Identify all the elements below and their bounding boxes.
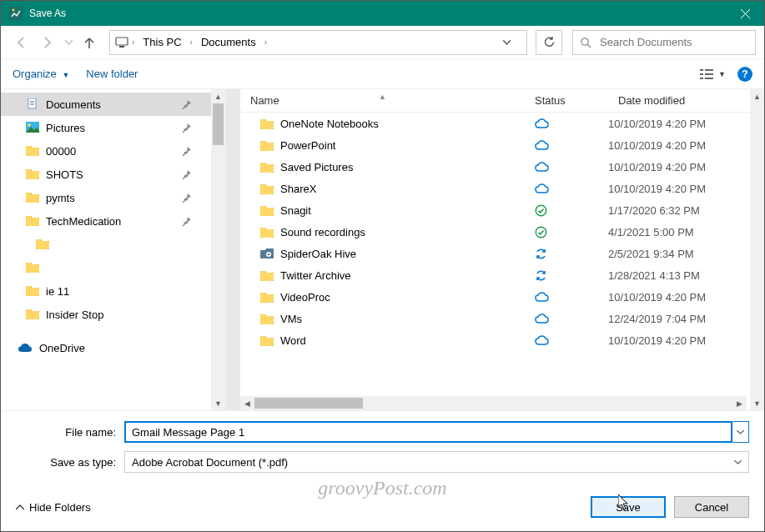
hide-folders-button[interactable]: Hide Folders — [16, 501, 91, 514]
new-folder-button[interactable]: New folder — [86, 68, 138, 80]
folder-icon — [260, 205, 274, 216]
file-name: VideoProc — [280, 291, 330, 304]
pin-icon — [182, 123, 191, 133]
scroll-down-icon[interactable]: ▼ — [211, 396, 225, 410]
svg-rect-10 — [705, 78, 713, 79]
breadcrumb-documents[interactable]: Documents — [196, 34, 261, 50]
save-as-type-label: Save as type: — [16, 456, 124, 469]
splitter[interactable] — [226, 89, 240, 410]
pin-icon — [182, 170, 191, 179]
table-row[interactable]: SpiderOak Hive2/5/2021 9:34 PM — [240, 243, 750, 264]
date-modified: 10/10/2019 4:20 PM — [608, 183, 750, 195]
date-modified: 10/10/2019 4:20 PM — [608, 161, 750, 173]
col-name[interactable]: ▲ Name — [240, 94, 525, 107]
table-row[interactable]: VMs12/24/2019 7:04 PM — [240, 308, 750, 329]
file-name-dropdown[interactable] — [732, 421, 749, 443]
recent-dropdown[interactable] — [63, 31, 74, 54]
help-button[interactable]: ? — [737, 67, 752, 82]
forward-button[interactable] — [36, 31, 59, 54]
table-row[interactable]: Word10/10/2019 4:20 PM — [240, 329, 750, 351]
status-icon — [535, 248, 547, 260]
sidebar-item-onedrive[interactable]: OneDrive — [1, 336, 211, 359]
folder-icon — [26, 192, 39, 203]
sidebar-item[interactable]: Pictures — [1, 116, 211, 139]
scroll-down-icon[interactable]: ▼ — [750, 396, 764, 410]
breadcrumb-this-pc[interactable]: This PC — [138, 34, 186, 50]
footer: Hide Folders Save Cancel — [1, 488, 764, 531]
file-name: VMs — [280, 313, 302, 325]
view-options[interactable]: ▼ — [700, 68, 726, 80]
sidebar-item-label: SHOTS — [46, 168, 83, 181]
address-bar[interactable]: › This PC › Documents › — [109, 30, 527, 55]
svg-rect-2 — [116, 38, 128, 45]
folder-icon — [260, 270, 274, 281]
scroll-thumb[interactable] — [254, 398, 363, 409]
svg-rect-9 — [700, 78, 703, 79]
title-bar: Save As — [1, 1, 764, 26]
date-modified: 4/1/2021 5:00 PM — [608, 226, 750, 238]
svg-rect-13 — [30, 103, 34, 103]
svg-rect-12 — [30, 101, 34, 102]
col-status[interactable]: Status — [525, 94, 608, 107]
up-button[interactable] — [78, 31, 101, 54]
scroll-thumb[interactable] — [213, 103, 224, 145]
sidebar-item[interactable]: TechMedication — [1, 209, 211, 233]
scroll-right-icon[interactable]: ▶ — [732, 396, 747, 410]
table-row[interactable]: ShareX10/10/2019 4:20 PM — [240, 178, 750, 199]
sidebar-item[interactable]: 00000 — [1, 139, 211, 163]
col-date[interactable]: Date modified — [608, 94, 750, 107]
svg-rect-7 — [700, 73, 703, 75]
sidebar-item[interactable]: ie 11 — [1, 279, 211, 303]
search-input[interactable] — [598, 35, 748, 49]
sidebar-item[interactable]: Insider Stop — [1, 303, 211, 326]
chevron-right-icon: › — [132, 38, 134, 47]
sidebar-item-label: Pictures — [46, 122, 85, 134]
table-row[interactable]: VideoProc10/10/2019 4:20 PM — [240, 286, 750, 308]
h-scrollbar[interactable]: ◀ ▶ — [240, 396, 747, 410]
sidebar-item[interactable]: Documents — [1, 93, 211, 116]
cancel-button[interactable]: Cancel — [674, 496, 749, 518]
app-icon — [9, 7, 23, 20]
save-as-dialog: Save As › This PC › Documents › — [0, 0, 765, 532]
search-box[interactable] — [572, 30, 756, 55]
folder-icon — [36, 238, 49, 250]
table-row[interactable]: Sound recordings4/1/2021 5:00 PM — [240, 221, 750, 243]
sidebar-item-label: ie 11 — [46, 285, 69, 298]
close-button[interactable] — [727, 1, 764, 26]
status-icon — [535, 183, 549, 193]
svg-rect-14 — [30, 104, 34, 105]
file-name-input[interactable] — [124, 421, 732, 443]
file-name-label: File name: — [16, 426, 124, 439]
sidebar-item[interactable] — [1, 233, 211, 256]
folder-icon — [26, 145, 39, 157]
scroll-up-icon[interactable]: ▲ — [750, 89, 764, 103]
file-name: Word — [280, 334, 306, 347]
table-row[interactable]: OneNote Notebooks10/10/2019 4:20 PM — [240, 113, 750, 134]
sidebar-item[interactable]: SHOTS — [1, 163, 211, 186]
save-as-type-select[interactable]: Adobe Acrobat Document (*.pdf) — [124, 451, 749, 473]
file-name: OneNote Notebooks — [280, 118, 379, 130]
content-area: DocumentsPictures00000SHOTSpymtsTechMedi… — [1, 89, 764, 410]
date-modified: 10/10/2019 4:20 PM — [608, 139, 750, 152]
table-row[interactable]: Snagit1/17/2020 6:32 PM — [240, 199, 750, 221]
svg-rect-3 — [119, 46, 124, 48]
svg-point-16 — [28, 123, 31, 127]
sidebar-item-label: 00000 — [46, 145, 76, 158]
file-list: ▲ Name Status Date modified OneNote Note… — [240, 89, 750, 410]
table-row[interactable]: PowerPoint10/10/2019 4:20 PM — [240, 134, 750, 156]
v-scrollbar[interactable]: ▲ ▼ — [750, 89, 764, 410]
folder-icon — [26, 215, 39, 227]
address-dropdown[interactable] — [503, 40, 521, 45]
scroll-up-icon[interactable]: ▲ — [211, 89, 225, 103]
back-button[interactable] — [9, 31, 33, 54]
table-row[interactable]: Saved Pictures10/10/2019 4:20 PM — [240, 156, 750, 178]
table-row[interactable]: Twitter Archive1/28/2021 4:13 PM — [240, 264, 750, 286]
sidebar-item[interactable] — [1, 256, 211, 279]
save-button[interactable]: Save — [591, 496, 666, 518]
refresh-button[interactable] — [536, 30, 562, 55]
sidebar-item-label: pymts — [46, 192, 75, 204]
sidebar-item[interactable]: pymts — [1, 186, 211, 209]
sidebar-scrollbar[interactable]: ▲ ▼ — [211, 89, 225, 410]
scroll-left-icon[interactable]: ◀ — [240, 396, 254, 410]
organize-menu[interactable]: Organize ▼ — [13, 68, 69, 80]
